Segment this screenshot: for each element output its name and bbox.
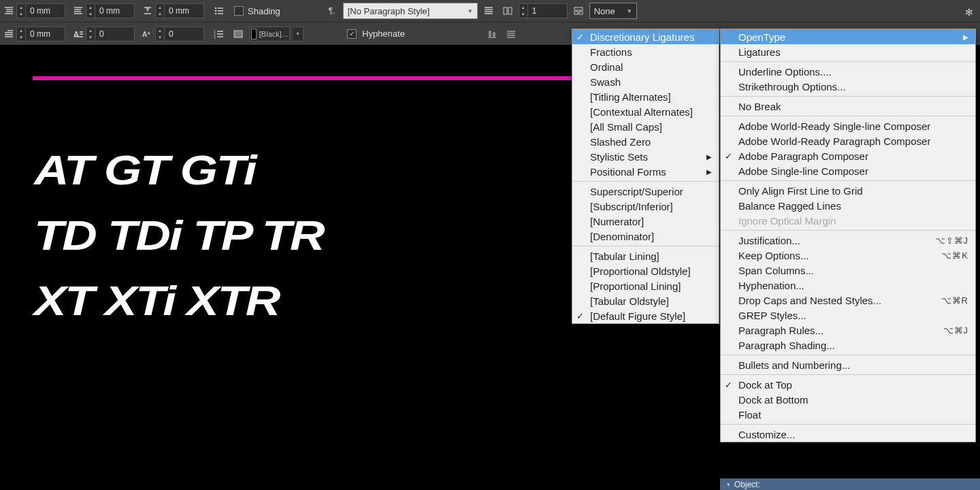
opentype-menu-item[interactable]: [Tabular Lining]	[572, 248, 719, 263]
drop-cap-chars-input[interactable]	[165, 27, 204, 42]
gear-icon[interactable]: ✻	[965, 7, 973, 18]
space-before-field[interactable]: ▲▼	[155, 3, 204, 18]
stepper-icon[interactable]: ▲▼	[86, 3, 95, 18]
menu-item-label: Only Align First Line to Grid	[738, 185, 863, 197]
opentype-menu-item[interactable]: [All Small Caps]	[572, 119, 719, 134]
numbered-list-icon[interactable]: 123	[211, 26, 227, 42]
drop-cap-chars-field[interactable]: ▲▼	[155, 27, 204, 42]
paragraph-menu-item[interactable]: Adobe Single-line Composer	[721, 163, 975, 178]
menu-item-label: OpenType	[738, 31, 785, 43]
stepper-icon[interactable]: ▲▼	[16, 3, 26, 18]
paragraph-menu-item[interactable]: Hyphenation...	[721, 278, 975, 293]
text-line-1[interactable]: AT GT GTi	[34, 146, 255, 194]
paragraph-menu-item[interactable]: Paragraph Shading...	[721, 338, 975, 353]
first-line-indent-input[interactable]	[26, 27, 65, 42]
opentype-menu-item[interactable]: Swash	[572, 74, 719, 89]
shading-swatch[interactable]: [Black]...	[249, 27, 290, 42]
object-panel-header[interactable]: ▾ Object:	[720, 478, 980, 490]
paragraph-menu-item[interactable]: ✓Adobe Paragraph Composer	[721, 148, 975, 163]
swatch-dropdown-icon[interactable]: ▼	[293, 27, 304, 42]
opentype-menu-item[interactable]: Stylistic Sets▶	[572, 149, 719, 164]
opentype-menu-item[interactable]: [Denominator]	[572, 229, 719, 244]
right-indent-input[interactable]	[95, 3, 135, 18]
paragraph-menu-item[interactable]: Paragraph Rules...⌥⌘J	[721, 323, 975, 338]
opentype-menu-item[interactable]: Ordinal	[572, 59, 719, 74]
menu-item-label: Slashed Zero	[590, 136, 651, 148]
paragraph-menu-item[interactable]: Only Align First Line to Grid	[721, 183, 975, 198]
paragraph-menu-item[interactable]: Dock at Bottom	[721, 392, 975, 407]
paragraph-panel-menu: OpenType▶LigaturesUnderline Options....S…	[720, 29, 976, 442]
hyphenate-checkbox[interactable]: ✓	[347, 29, 357, 39]
opentype-menu-item[interactable]: [Contextual Alternates]	[572, 104, 719, 119]
opentype-menu-item[interactable]: Positional Forms▶	[572, 164, 719, 179]
span-dropdown[interactable]: None ▼	[589, 3, 637, 19]
text-line-2[interactable]: TD TDi TP TR	[34, 211, 323, 259]
opentype-menu-item[interactable]: Slashed Zero	[572, 134, 719, 149]
stepper-icon[interactable]: ▲▼	[86, 27, 95, 42]
paragraph-menu-item[interactable]: Bullets and Numbering...	[721, 357, 975, 372]
paragraph-menu-item[interactable]: No Break	[721, 99, 975, 114]
right-indent-field[interactable]: ▲▼	[86, 3, 135, 18]
drop-cap-lines-input[interactable]	[95, 27, 135, 42]
paragraph-menu-item[interactable]: ✓Dock at Top	[721, 377, 975, 392]
paragraph-menu-item[interactable]: Adobe World-Ready Paragraph Composer	[721, 133, 975, 148]
columns-icon[interactable]	[500, 3, 516, 19]
paragraph-menu-item[interactable]: Drop Caps and Nested Styles...⌥⌘R	[721, 293, 975, 308]
drop-cap-lines-field[interactable]: ▲▼	[86, 27, 135, 42]
menu-separator	[721, 424, 975, 425]
text-line-3[interactable]: XT XTi XTR	[34, 276, 279, 325]
opentype-menu-item[interactable]: Superscript/Superior	[572, 184, 719, 199]
shortcut-label: ⌥⇧⌘J	[935, 235, 969, 246]
para-style-icon[interactable]: ¶.	[324, 3, 340, 19]
bullets-icon[interactable]	[211, 3, 227, 19]
shading-box-icon[interactable]	[230, 26, 246, 42]
opentype-menu-item[interactable]: [Titling Alternates]	[572, 89, 719, 104]
paragraph-style-dropdown[interactable]: [No Paragraph Style] ▼	[343, 3, 478, 19]
space-before-input[interactable]	[165, 3, 204, 18]
paragraph-menu-item[interactable]: Ligatures	[721, 44, 975, 59]
svg-point-2	[215, 13, 217, 15]
paragraph-style-value: [No Paragraph Style]	[348, 6, 430, 16]
menu-item-label: [Proportional Oldstyle]	[590, 265, 691, 277]
stepper-icon[interactable]: ▲▼	[155, 27, 165, 42]
stepper-icon[interactable]: ▲▼	[16, 27, 26, 42]
opentype-menu-item[interactable]: [Numerator]	[572, 214, 719, 229]
right-indent-icon	[72, 5, 84, 17]
opentype-menu-item[interactable]: [Subscript/Inferior]	[572, 199, 719, 214]
opentype-menu-item[interactable]: [Tabular Oldstyle]	[572, 293, 719, 308]
opentype-menu-item[interactable]: ✓Discretionary Ligatures	[572, 29, 719, 44]
paragraph-menu-item[interactable]: Underline Options....	[721, 64, 975, 79]
paragraph-menu-item[interactable]: Adobe World-Ready Single-line Composer	[721, 118, 975, 133]
paragraph-menu-item[interactable]: GREP Styles...	[721, 308, 975, 323]
first-line-indent-field[interactable]: ▲▼	[16, 27, 65, 42]
paragraph-menu-item[interactable]: Balance Ragged Lines	[721, 198, 975, 213]
menu-item-label: [Default Figure Style]	[590, 310, 685, 322]
opentype-menu-item[interactable]: [Proportional Oldstyle]	[572, 263, 719, 278]
stepper-icon[interactable]: ▲▼	[519, 3, 528, 18]
shading-checkbox[interactable]	[234, 6, 244, 16]
document-canvas: AT GT GTi TD TDi TP TR XT XTi XTR	[0, 45, 572, 490]
opentype-menu-item[interactable]: ✓[Default Figure Style]	[572, 308, 719, 323]
align-justify-icon[interactable]	[480, 3, 497, 19]
left-indent-input[interactable]	[26, 3, 65, 18]
stepper-icon[interactable]: ▲▼	[155, 3, 165, 18]
paragraph-menu-item[interactable]: Float	[721, 407, 975, 422]
columns-field[interactable]: ▲▼	[519, 3, 568, 18]
paragraph-menu-item[interactable]: Strikethrough Options...	[721, 79, 975, 94]
align-to-baseline-icon[interactable]	[484, 26, 500, 42]
menu-item-label: Keep Options...	[738, 250, 808, 261]
paragraph-menu-item[interactable]: Justification...⌥⇧⌘J	[721, 233, 975, 248]
columns-input[interactable]	[528, 3, 568, 18]
span-icon[interactable]	[570, 3, 587, 19]
paragraph-menu-item[interactable]: Span Columns...	[721, 263, 975, 278]
paragraph-menu-item[interactable]: Customize...	[721, 427, 975, 442]
paragraph-menu-item[interactable]: Keep Options...⌥⌘K	[721, 248, 975, 263]
opentype-menu-item[interactable]: [Proportional Lining]	[572, 278, 719, 293]
paragraph-menu-item[interactable]: OpenType▶	[721, 29, 975, 44]
left-indent-field[interactable]: ▲▼	[16, 3, 65, 18]
menu-item-label: Adobe World-Ready Single-line Composer	[738, 120, 930, 132]
opentype-menu-item[interactable]: Fractions	[572, 44, 719, 59]
menu-item-label: Swash	[590, 76, 621, 88]
baseline-grid-icon[interactable]	[503, 26, 519, 42]
paragraph-menu-item: Ignore Optical Margin	[721, 213, 975, 228]
